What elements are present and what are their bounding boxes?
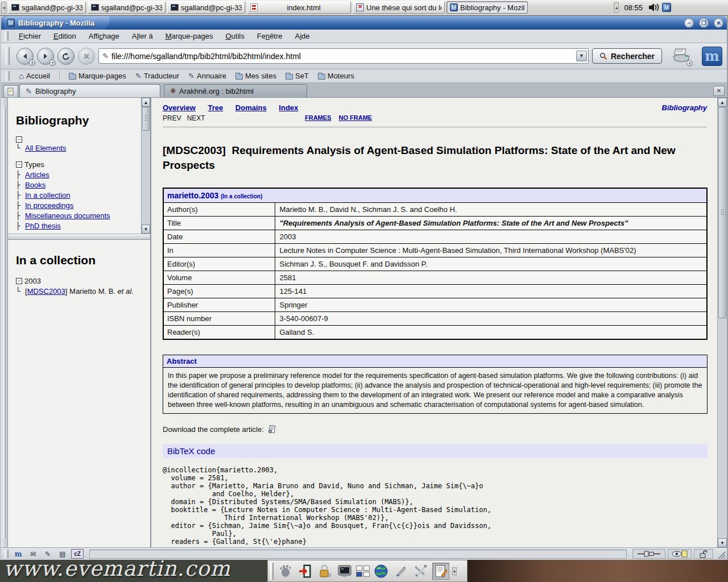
security-unlocked-icon[interactable] (694, 549, 713, 559)
workspace-pager[interactable] (356, 566, 370, 577)
taskbar-window-indexhtml[interactable]: index.html (247, 1, 351, 14)
bookmark-mes-sites[interactable]: Mes sites (235, 72, 276, 80)
bookmark-accueil[interactable]: ⌂ Accueil (19, 72, 50, 80)
notes-icon[interactable] (432, 563, 449, 580)
frames-link[interactable]: FRAMES (305, 114, 331, 121)
bookmark-moteurs[interactable]: Moteurs (318, 72, 354, 80)
resize-grip[interactable] (715, 549, 726, 559)
scrollbar-thumb[interactable] (718, 107, 726, 318)
bookmark-marque-pages[interactable]: Marque-pages (69, 72, 126, 80)
sidebar-link-in-a-collection[interactable]: In a collection (25, 190, 71, 200)
gnome-foot-icon[interactable] (276, 563, 293, 580)
tools-icon[interactable] (412, 563, 429, 580)
logout-door-icon[interactable] (296, 563, 313, 580)
menu-fichier[interactable]: Fichier (13, 30, 47, 42)
taskbar-window-bibliography[interactable]: M Bibliography - Mozilla (446, 1, 528, 14)
sidebar-link-articles[interactable]: Articles (25, 170, 49, 180)
forward-dropdown-icon[interactable]: ▾ (49, 60, 56, 66)
panel-hide-arrow[interactable]: ◂ (1, 2, 6, 14)
mozilla-tray-icon[interactable]: M (662, 3, 671, 12)
scroll-down-icon[interactable]: ▼ (142, 225, 150, 234)
quill-icon[interactable] (392, 563, 410, 580)
mozilla-icon[interactable]: m (12, 549, 24, 559)
workspace-2[interactable] (363, 566, 370, 571)
chatzilla-icon[interactable]: cZ (71, 549, 84, 559)
panel-grippy[interactable] (270, 563, 274, 580)
tree-collapse-icon[interactable]: − (16, 136, 22, 143)
scroll-down-icon[interactable]: ▼ (718, 538, 727, 547)
minimize-button[interactable]: – (684, 18, 694, 28)
url-input[interactable] (111, 52, 573, 61)
stop-button[interactable] (78, 48, 95, 65)
taskbar-window-these[interactable]: Une thèse qui sort du lo (353, 1, 445, 14)
close-tab-button[interactable]: ✕ (713, 86, 725, 96)
scroll-up-icon[interactable]: ▲ (718, 98, 727, 107)
panel-spacer-arrow[interactable]: ▴ (614, 2, 619, 13)
scroll-up-icon[interactable]: ▲ (142, 98, 150, 107)
print-dropdown-icon[interactable]: ▾ (686, 60, 693, 66)
sidebar-frame-splitter[interactable] (8, 234, 150, 240)
taskbar-window-terminal-2[interactable]: sgalland@pc-gi-33.utbn (88, 1, 166, 14)
menu-affichage[interactable]: Affichage (83, 30, 125, 42)
nav-overview-link[interactable]: Overview (163, 103, 196, 112)
back-dropdown-icon[interactable]: ▾ (29, 60, 35, 66)
reload-button[interactable] (57, 48, 75, 65)
sidebar-link-mdsc2003[interactable]: MDSC2003 (27, 287, 65, 296)
menu-fenetre[interactable]: Fenêtre (251, 30, 288, 42)
mozilla-logo[interactable]: m (702, 47, 722, 66)
sidebar-link-books[interactable]: Books (25, 180, 46, 190)
workspace-4[interactable] (363, 572, 370, 577)
taskbar-window-terminal-1[interactable]: sgalland@pc-gi-33.utbn (8, 1, 86, 14)
main-scrollbar[interactable]: ▲ ▼ (717, 98, 727, 547)
nav-domains-link[interactable]: Domains (235, 103, 267, 112)
toolbar-grippy[interactable] (6, 47, 10, 65)
taskbar-window-terminal-3[interactable]: sgalland@pc-gi-33.utbn (167, 1, 245, 14)
tree-collapse-icon[interactable]: − (16, 278, 22, 284)
sidebar-splitter[interactable] (1, 98, 8, 547)
sidebar-link-all-elements[interactable]: All Elements (25, 143, 66, 153)
tab-bibliography[interactable]: ✎ Bibliography (19, 84, 160, 97)
back-button[interactable]: ▾ (16, 48, 34, 65)
nav-tree-link[interactable]: Tree (208, 103, 223, 112)
bookmark-pen-icon[interactable]: ✎ (102, 52, 109, 60)
nav-index-link[interactable]: Index (279, 103, 298, 112)
sidebar-scrollbar[interactable]: ▲ ▼ (141, 98, 150, 234)
print-button[interactable]: ▾ (671, 47, 694, 65)
search-button[interactable]: Rechercher (592, 48, 662, 64)
mail-icon[interactable]: ✉ (27, 549, 39, 559)
menu-marque-pages[interactable]: Marque-pages (160, 30, 219, 42)
globe-icon[interactable] (373, 563, 390, 580)
bookmark-annuaire[interactable]: ✎ Annuaire (188, 72, 226, 80)
toolbar-grippy[interactable] (5, 550, 9, 558)
maximize-button[interactable]: ❐ (699, 18, 709, 28)
menu-aide[interactable]: Aide (289, 30, 316, 42)
download-document-icon[interactable] (267, 425, 276, 434)
toolbar-grippy[interactable] (6, 71, 10, 80)
url-bar[interactable]: ✎ ▼ (98, 48, 589, 64)
speaker-icon[interactable] (648, 2, 660, 13)
noframe-link[interactable]: NO FRAME (339, 114, 373, 121)
addressbook-icon[interactable]: ▤ (56, 549, 69, 559)
scrollbar-thumb[interactable] (142, 107, 150, 131)
tree-collapse-icon[interactable]: − (16, 161, 22, 168)
sidebar-link-in-proceedings[interactable]: In proceedings (25, 201, 73, 210)
terminal-icon[interactable] (336, 563, 353, 580)
cookie-icon[interactable] (668, 549, 692, 559)
padlock-icon[interactable] (316, 563, 333, 580)
sidebar-link-phd-thesis[interactable]: PhD thesis (25, 221, 61, 231)
tab-arakhne[interactable]: ❋ Arakhnê.org : bib2html (164, 84, 307, 97)
forward-button[interactable]: ▾ (37, 48, 54, 65)
sidebar-link-misc-documents[interactable]: Miscellaneous documents (25, 211, 110, 221)
workspace-1[interactable] (356, 566, 362, 571)
workspace-3-current[interactable] (356, 572, 362, 577)
toolbar-grippy[interactable] (5, 31, 9, 40)
plug-icon[interactable] (632, 549, 665, 559)
menu-edition[interactable]: Edition (48, 30, 82, 42)
menu-outils[interactable]: Outils (220, 30, 250, 42)
window-titlebar[interactable]: M Bibliography - Mozilla – ❐ ✕ (1, 16, 727, 30)
bookmark-set[interactable]: SeT (286, 72, 309, 80)
url-dropdown-icon[interactable]: ▼ (576, 51, 587, 61)
close-button[interactable]: ✕ (714, 18, 723, 28)
composer-icon[interactable]: ✎ (42, 549, 54, 559)
panel-expand-arrow[interactable]: ▴ (452, 567, 457, 575)
